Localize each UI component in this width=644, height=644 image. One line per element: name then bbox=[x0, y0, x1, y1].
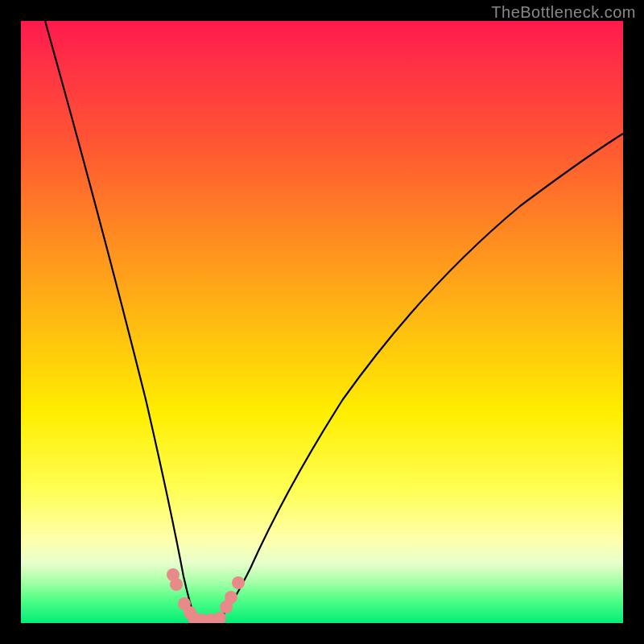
marker-dot bbox=[167, 568, 180, 581]
marker-dot bbox=[188, 612, 200, 623]
marker-dot bbox=[213, 612, 226, 623]
curve-valley bbox=[195, 618, 218, 621]
marker-dot bbox=[184, 606, 196, 619]
marker-dot bbox=[196, 613, 208, 623]
curve-right-branch bbox=[218, 134, 623, 621]
marker-dot bbox=[170, 578, 183, 591]
curve-left-branch bbox=[45, 21, 195, 618]
marker-dot bbox=[220, 601, 233, 613]
marker-dot bbox=[204, 613, 217, 623]
marker-dot bbox=[225, 591, 237, 604]
watermark-text: TheBottleneck.com bbox=[491, 3, 636, 22]
bottleneck-curve bbox=[21, 21, 623, 623]
chart-frame: TheBottleneck.com bbox=[0, 0, 644, 644]
plot-area bbox=[21, 21, 623, 623]
marker-dot bbox=[178, 597, 191, 610]
marker-dot bbox=[232, 576, 245, 589]
